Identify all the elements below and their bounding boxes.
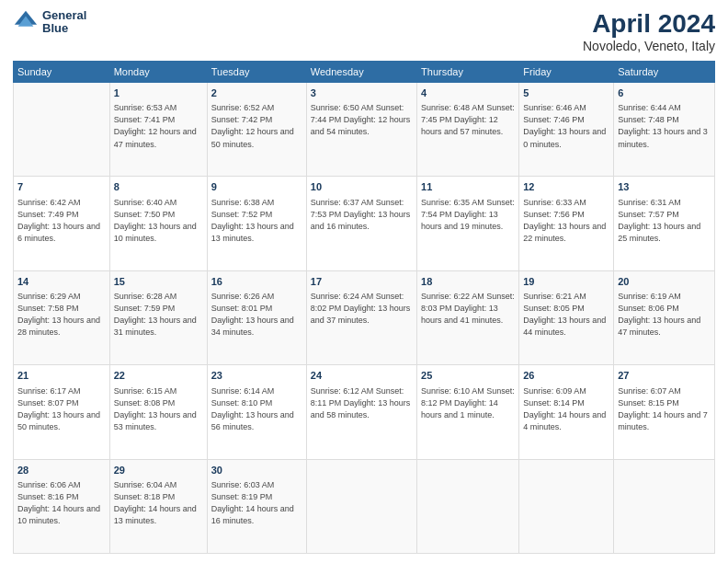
calendar-header-cell: Monday <box>109 62 207 83</box>
day-number: 30 <box>211 464 302 477</box>
day-info: Sunrise: 6:03 AM Sunset: 8:19 PM Dayligh… <box>211 479 302 527</box>
calendar-day-cell: 14Sunrise: 6:29 AM Sunset: 7:58 PM Dayli… <box>14 270 110 364</box>
day-info: Sunrise: 6:50 AM Sunset: 7:44 PM Dayligh… <box>311 102 413 138</box>
calendar-header-cell: Thursday <box>417 62 519 83</box>
day-info: Sunrise: 6:15 AM Sunset: 8:08 PM Dayligh… <box>114 385 203 433</box>
day-info: Sunrise: 6:46 AM Sunset: 7:46 PM Dayligh… <box>523 102 609 150</box>
day-info: Sunrise: 6:26 AM Sunset: 8:01 PM Dayligh… <box>211 291 302 339</box>
calendar-week-row: 14Sunrise: 6:29 AM Sunset: 7:58 PM Dayli… <box>14 270 715 364</box>
day-number: 3 <box>311 86 413 100</box>
calendar-day-cell: 27Sunrise: 6:07 AM Sunset: 8:15 PM Dayli… <box>614 365 715 459</box>
day-number: 18 <box>421 275 515 289</box>
calendar-header-cell: Tuesday <box>207 62 306 83</box>
day-number: 23 <box>211 369 302 383</box>
calendar-day-cell: 19Sunrise: 6:21 AM Sunset: 8:05 PM Dayli… <box>519 270 614 364</box>
day-number: 1 <box>114 86 203 100</box>
day-number: 12 <box>523 180 609 194</box>
calendar-day-cell: 10Sunrise: 6:37 AM Sunset: 7:53 PM Dayli… <box>306 177 416 270</box>
calendar-day-cell: 28Sunrise: 6:06 AM Sunset: 8:16 PM Dayli… <box>14 459 110 553</box>
day-info: Sunrise: 6:19 AM Sunset: 8:06 PM Dayligh… <box>618 291 711 339</box>
day-number: 21 <box>17 369 106 383</box>
calendar-day-cell: 24Sunrise: 6:12 AM Sunset: 8:11 PM Dayli… <box>306 365 416 459</box>
day-info: Sunrise: 6:42 AM Sunset: 7:49 PM Dayligh… <box>17 197 106 245</box>
calendar-day-cell: 29Sunrise: 6:04 AM Sunset: 8:18 PM Dayli… <box>109 459 207 553</box>
day-info: Sunrise: 6:06 AM Sunset: 8:16 PM Dayligh… <box>17 479 106 527</box>
calendar-day-cell <box>614 459 715 553</box>
calendar-day-cell: 3Sunrise: 6:50 AM Sunset: 7:44 PM Daylig… <box>306 83 416 177</box>
day-info: Sunrise: 6:37 AM Sunset: 7:53 PM Dayligh… <box>311 197 413 233</box>
calendar-day-cell: 22Sunrise: 6:15 AM Sunset: 8:08 PM Dayli… <box>109 365 207 459</box>
day-number: 15 <box>114 275 203 289</box>
calendar-header-cell: Friday <box>519 62 614 83</box>
day-info: Sunrise: 6:44 AM Sunset: 7:48 PM Dayligh… <box>618 102 711 150</box>
calendar-header-cell: Saturday <box>614 62 715 83</box>
day-number: 19 <box>523 275 609 289</box>
calendar-day-cell: 17Sunrise: 6:24 AM Sunset: 8:02 PM Dayli… <box>306 270 416 364</box>
calendar-day-cell: 11Sunrise: 6:35 AM Sunset: 7:54 PM Dayli… <box>417 177 519 270</box>
day-number: 14 <box>17 275 106 289</box>
day-number: 13 <box>618 180 711 194</box>
day-number: 27 <box>618 369 711 383</box>
calendar-day-cell: 18Sunrise: 6:22 AM Sunset: 8:03 PM Dayli… <box>417 270 519 364</box>
calendar-header-row: SundayMondayTuesdayWednesdayThursdayFrid… <box>14 62 715 83</box>
day-number: 4 <box>421 86 515 100</box>
calendar-week-row: 7Sunrise: 6:42 AM Sunset: 7:49 PM Daylig… <box>14 177 715 270</box>
day-number: 11 <box>421 180 515 194</box>
day-info: Sunrise: 6:17 AM Sunset: 8:07 PM Dayligh… <box>17 385 106 433</box>
day-info: Sunrise: 6:33 AM Sunset: 7:56 PM Dayligh… <box>523 197 609 245</box>
day-number: 10 <box>311 180 413 194</box>
logo-text: General Blue <box>42 9 86 36</box>
calendar-day-cell: 1Sunrise: 6:53 AM Sunset: 7:41 PM Daylig… <box>109 83 207 177</box>
calendar-day-cell: 16Sunrise: 6:26 AM Sunset: 8:01 PM Dayli… <box>207 270 306 364</box>
day-info: Sunrise: 6:22 AM Sunset: 8:03 PM Dayligh… <box>421 291 515 327</box>
day-info: Sunrise: 6:09 AM Sunset: 8:14 PM Dayligh… <box>523 385 609 433</box>
day-number: 20 <box>618 275 711 289</box>
logo-icon <box>13 9 39 35</box>
calendar-week-row: 1Sunrise: 6:53 AM Sunset: 7:41 PM Daylig… <box>14 83 715 177</box>
day-number: 16 <box>211 275 302 289</box>
title-block: April 2024 Novoledo, Veneto, Italy <box>583 9 715 53</box>
day-info: Sunrise: 6:28 AM Sunset: 7:59 PM Dayligh… <box>114 291 203 339</box>
day-number: 29 <box>114 464 203 477</box>
calendar-day-cell: 20Sunrise: 6:19 AM Sunset: 8:06 PM Dayli… <box>614 270 715 364</box>
day-info: Sunrise: 6:10 AM Sunset: 8:12 PM Dayligh… <box>421 385 515 421</box>
calendar-day-cell <box>417 459 519 553</box>
calendar-week-row: 21Sunrise: 6:17 AM Sunset: 8:07 PM Dayli… <box>14 365 715 459</box>
day-info: Sunrise: 6:52 AM Sunset: 7:42 PM Dayligh… <box>211 102 302 150</box>
calendar-day-cell <box>14 83 110 177</box>
day-info: Sunrise: 6:53 AM Sunset: 7:41 PM Dayligh… <box>114 102 203 150</box>
day-info: Sunrise: 6:21 AM Sunset: 8:05 PM Dayligh… <box>523 291 609 339</box>
day-number: 8 <box>114 180 203 194</box>
day-number: 6 <box>618 86 711 100</box>
day-info: Sunrise: 6:07 AM Sunset: 8:15 PM Dayligh… <box>618 385 711 433</box>
day-info: Sunrise: 6:48 AM Sunset: 7:45 PM Dayligh… <box>421 102 515 138</box>
calendar-day-cell <box>306 459 416 553</box>
calendar-day-cell: 7Sunrise: 6:42 AM Sunset: 7:49 PM Daylig… <box>14 177 110 270</box>
day-number: 22 <box>114 369 203 383</box>
header: General Blue April 2024 Novoledo, Veneto… <box>13 9 715 53</box>
calendar-day-cell: 6Sunrise: 6:44 AM Sunset: 7:48 PM Daylig… <box>614 83 715 177</box>
calendar-day-cell: 9Sunrise: 6:38 AM Sunset: 7:52 PM Daylig… <box>207 177 306 270</box>
day-info: Sunrise: 6:38 AM Sunset: 7:52 PM Dayligh… <box>211 197 302 245</box>
calendar-header-cell: Wednesday <box>306 62 416 83</box>
calendar-week-row: 28Sunrise: 6:06 AM Sunset: 8:16 PM Dayli… <box>14 459 715 553</box>
day-number: 28 <box>17 464 106 477</box>
calendar-day-cell: 8Sunrise: 6:40 AM Sunset: 7:50 PM Daylig… <box>109 177 207 270</box>
calendar-day-cell: 2Sunrise: 6:52 AM Sunset: 7:42 PM Daylig… <box>207 83 306 177</box>
day-info: Sunrise: 6:35 AM Sunset: 7:54 PM Dayligh… <box>421 197 515 233</box>
day-number: 2 <box>211 86 302 100</box>
main-title: April 2024 <box>583 9 715 39</box>
day-number: 9 <box>211 180 302 194</box>
day-info: Sunrise: 6:40 AM Sunset: 7:50 PM Dayligh… <box>114 197 203 245</box>
calendar-day-cell: 5Sunrise: 6:46 AM Sunset: 7:46 PM Daylig… <box>519 83 614 177</box>
calendar-body: 1Sunrise: 6:53 AM Sunset: 7:41 PM Daylig… <box>14 83 715 554</box>
calendar-day-cell: 4Sunrise: 6:48 AM Sunset: 7:45 PM Daylig… <box>417 83 519 177</box>
day-info: Sunrise: 6:31 AM Sunset: 7:57 PM Dayligh… <box>618 197 711 245</box>
calendar-day-cell: 26Sunrise: 6:09 AM Sunset: 8:14 PM Dayli… <box>519 365 614 459</box>
day-number: 26 <box>523 369 609 383</box>
calendar-header-cell: Sunday <box>14 62 110 83</box>
calendar-day-cell: 23Sunrise: 6:14 AM Sunset: 8:10 PM Dayli… <box>207 365 306 459</box>
calendar-day-cell: 13Sunrise: 6:31 AM Sunset: 7:57 PM Dayli… <box>614 177 715 270</box>
calendar-table: SundayMondayTuesdayWednesdayThursdayFrid… <box>13 61 715 554</box>
day-number: 7 <box>17 180 106 194</box>
